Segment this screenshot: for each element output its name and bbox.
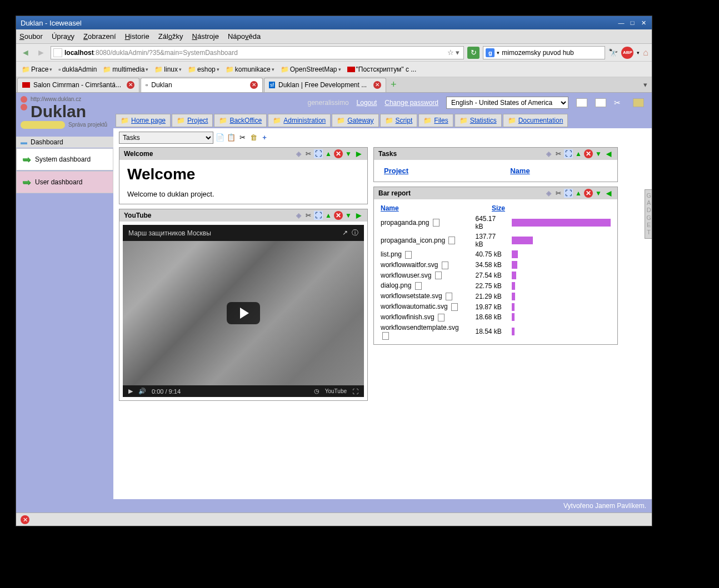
change-password-link[interactable]: Change password <box>385 99 438 107</box>
close-icon[interactable]: ✕ <box>640 19 647 27</box>
left-icon[interactable]: ◀ <box>604 189 613 198</box>
right-icon[interactable]: ▶ <box>354 211 363 220</box>
move-icon[interactable]: ◈ <box>294 149 303 158</box>
tabs-dropdown-icon[interactable]: ▾ <box>640 81 651 89</box>
status-error-icon[interactable]: ✕ <box>21 515 29 524</box>
add-icon[interactable]: + <box>260 133 269 142</box>
down-icon[interactable]: ▼ <box>594 189 603 198</box>
down-icon[interactable]: ▼ <box>344 211 353 220</box>
bookmark-item[interactable]: 📁Prace▾ <box>19 64 54 74</box>
back-button[interactable]: ◄ <box>19 47 32 59</box>
binoculars-icon[interactable]: 🔭 <box>608 48 618 57</box>
nav-tab[interactable]: 📁Documentation <box>503 114 568 127</box>
tab-add-button[interactable]: + <box>387 79 400 91</box>
file-icon[interactable] <box>446 293 452 300</box>
video-area[interactable] <box>123 241 364 385</box>
browser-tab[interactable]: ▫Duklan✕ <box>141 78 263 92</box>
header-doc-icon[interactable] <box>595 98 606 107</box>
up-icon[interactable]: ▲ <box>574 149 583 158</box>
close-widget-icon[interactable]: ✕ <box>334 149 343 158</box>
settings-icon[interactable]: ✂ <box>304 211 313 220</box>
sidebar-section-header[interactable]: ▬ Dashboard <box>16 137 113 148</box>
col-project[interactable]: Project <box>384 167 408 175</box>
close-widget-icon[interactable]: ✕ <box>334 211 343 220</box>
watch-later-icon[interactable]: ◷ <box>314 388 319 395</box>
delete-icon[interactable]: 🗑 <box>249 133 258 142</box>
gadget-tab[interactable]: GADGET <box>645 189 652 239</box>
file-icon[interactable] <box>405 251 412 259</box>
abp-dropdown-icon[interactable]: ▾ <box>637 50 640 56</box>
menu-bookmarks[interactable]: Záložky <box>158 32 183 41</box>
bookmark-item[interactable]: 📁multimedia▾ <box>101 64 151 74</box>
move-icon[interactable]: ◈ <box>544 149 553 158</box>
language-select[interactable]: English - United States of America <box>446 97 568 109</box>
minimize-icon[interactable]: — <box>617 19 625 27</box>
expand-icon[interactable]: ⛶ <box>564 189 573 198</box>
adblock-icon[interactable]: ABP <box>621 47 633 59</box>
copy-icon[interactable]: 📋 <box>227 133 236 142</box>
share-icon[interactable]: ↗ <box>342 229 348 237</box>
menu-file[interactable]: Soubor <box>19 32 43 41</box>
fullscreen-icon[interactable]: ⛶ <box>352 388 358 395</box>
nav-tab[interactable]: 📁Statistics <box>455 114 502 127</box>
tab-close-icon[interactable]: ✕ <box>250 81 258 89</box>
forward-button[interactable]: ► <box>35 47 47 59</box>
bookmark-item[interactable]: 📁OpenStreetMap▾ <box>278 64 343 74</box>
up-icon[interactable]: ▲ <box>324 149 333 158</box>
header-note-icon[interactable] <box>576 98 587 107</box>
settings-icon[interactable]: ✂ <box>304 149 313 158</box>
volume-icon[interactable]: 🔊 <box>138 388 146 395</box>
file-icon[interactable] <box>438 314 445 321</box>
file-icon[interactable] <box>442 262 448 269</box>
close-widget-icon[interactable]: ✕ <box>584 189 593 198</box>
expand-icon[interactable]: ⛶ <box>314 211 323 220</box>
settings-icon[interactable]: ✂ <box>554 149 563 158</box>
home-icon[interactable]: ⌂ <box>643 48 648 58</box>
file-icon[interactable] <box>433 219 440 227</box>
file-icon[interactable] <box>451 303 458 311</box>
cut-icon[interactable]: ✂ <box>238 133 247 142</box>
bookmark-item[interactable]: 📁linux▾ <box>152 64 184 74</box>
menu-view[interactable]: Zobrazení <box>83 32 116 41</box>
sidebar-item[interactable]: ➡User dashboard <box>16 171 113 193</box>
file-icon[interactable] <box>435 272 442 279</box>
tab-close-icon[interactable]: ✕ <box>373 81 381 89</box>
left-icon[interactable]: ◀ <box>604 149 613 158</box>
nav-tab[interactable]: 📁BackOffice <box>214 114 267 127</box>
play-button[interactable] <box>227 302 260 324</box>
maximize-icon[interactable]: □ <box>628 19 636 27</box>
nav-tab[interactable]: 📁Script <box>380 114 418 127</box>
col-size-header[interactable]: Size <box>492 204 505 212</box>
tab-close-icon[interactable]: ✕ <box>127 81 134 89</box>
settings-icon[interactable]: ✂ <box>554 189 563 198</box>
down-icon[interactable]: ▼ <box>594 149 603 158</box>
right-icon[interactable]: ▶ <box>354 149 363 158</box>
col-name-header[interactable]: Name <box>381 204 399 212</box>
col-name[interactable]: Name <box>510 167 530 175</box>
bookmark-item[interactable]: 📁komunikace▾ <box>223 64 277 74</box>
expand-icon[interactable]: ⛶ <box>564 149 573 158</box>
url-dropdown-icon[interactable]: ☆ ▾ <box>446 48 462 57</box>
new-icon[interactable]: 📄 <box>216 133 224 142</box>
url-box[interactable]: localhost:8080/duklaAdmin/?35&main=Syste… <box>51 46 464 59</box>
browser-tab[interactable]: Salon Cimrman - Cimršantá...✕ <box>17 78 139 92</box>
nav-tab[interactable]: 📁Files <box>418 114 453 127</box>
move-icon[interactable]: ◈ <box>294 211 303 220</box>
up-icon[interactable]: ▲ <box>324 211 333 220</box>
down-icon[interactable]: ▼ <box>344 149 353 158</box>
menu-history[interactable]: Historie <box>125 32 149 41</box>
info-icon[interactable]: ⓘ <box>352 229 358 237</box>
browser-tab[interactable]: sfDuklan | Free Development ...✕ <box>264 78 386 92</box>
search-dropdown-icon[interactable]: ▾ <box>497 50 500 56</box>
reload-button[interactable]: ↻ <box>467 47 480 59</box>
nav-tab[interactable]: 📁Project <box>172 114 213 127</box>
header-trash-icon[interactable] <box>633 98 644 107</box>
nav-tab[interactable]: 📁Administration <box>268 114 331 127</box>
play-control-icon[interactable]: ▶ <box>128 388 133 395</box>
menu-tools[interactable]: Nástroje <box>192 32 219 41</box>
menu-help[interactable]: Nápověda <box>228 32 261 41</box>
up-icon[interactable]: ▲ <box>574 189 583 198</box>
search-box[interactable]: g ▾ mimozemsky puvod hub <box>483 46 605 59</box>
file-icon[interactable] <box>415 282 422 290</box>
youtube-logo-icon[interactable]: YouTube <box>325 388 347 394</box>
